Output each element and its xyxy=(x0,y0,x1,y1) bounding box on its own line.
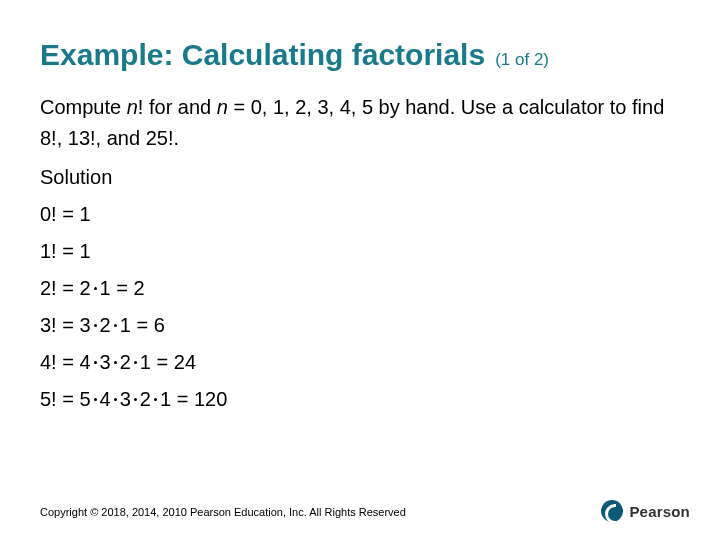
title-line: Example: Calculating factorials (1 of 2) xyxy=(40,38,680,72)
factorial-row-3: 3! = 321 = 6 xyxy=(40,310,680,341)
row-text: 1! = 1 xyxy=(40,240,91,262)
copyright-footer: Copyright © 2018, 2014, 2010 Pearson Edu… xyxy=(40,506,406,518)
prompt-var-2: n xyxy=(217,96,228,118)
row-text: 3 xyxy=(100,351,111,373)
row-text: 2 xyxy=(100,314,111,336)
dot-icon xyxy=(94,287,97,290)
prompt-mid1: ! for and xyxy=(138,96,217,118)
solution-label: Solution xyxy=(40,162,680,193)
row-text: 3! = 3 xyxy=(40,314,91,336)
prompt-var: n xyxy=(127,96,138,118)
dot-icon xyxy=(134,398,137,401)
row-text: 1 = 2 xyxy=(100,277,145,299)
factorial-row-4: 4! = 4321 = 24 xyxy=(40,347,680,378)
factorial-row-1: 1! = 1 xyxy=(40,236,680,267)
row-text: 0! = 1 xyxy=(40,203,91,225)
row-text: 2 xyxy=(120,351,131,373)
row-text: 3 xyxy=(120,388,131,410)
prompt-text: Compute n! for and n = 0, 1, 2, 3, 4, 5 … xyxy=(40,92,680,154)
slide: Example: Calculating factorials (1 of 2)… xyxy=(0,0,720,540)
dot-icon xyxy=(114,324,117,327)
prompt-prefix: Compute xyxy=(40,96,127,118)
pearson-logo-icon xyxy=(601,500,623,522)
row-text: 4 xyxy=(100,388,111,410)
dot-icon xyxy=(94,398,97,401)
row-text: 2 xyxy=(140,388,151,410)
dot-icon xyxy=(114,398,117,401)
pearson-logo: Pearson xyxy=(601,500,690,522)
pearson-logo-text: Pearson xyxy=(629,503,690,520)
slide-body: Compute n! for and n = 0, 1, 2, 3, 4, 5 … xyxy=(40,92,680,415)
row-text: 1 = 24 xyxy=(140,351,196,373)
slide-title: Example: Calculating factorials xyxy=(40,38,485,72)
factorial-row-5: 5! = 54321 = 120 xyxy=(40,384,680,415)
dot-icon xyxy=(114,361,117,364)
row-text: 1 = 6 xyxy=(120,314,165,336)
row-text: 4! = 4 xyxy=(40,351,91,373)
dot-icon xyxy=(134,361,137,364)
dot-icon xyxy=(94,324,97,327)
slide-subtitle: (1 of 2) xyxy=(495,50,549,70)
row-text: 5! = 5 xyxy=(40,388,91,410)
row-text: 2! = 2 xyxy=(40,277,91,299)
factorial-row-0: 0! = 1 xyxy=(40,199,680,230)
row-text: 1 = 120 xyxy=(160,388,227,410)
factorial-row-2: 2! = 21 = 2 xyxy=(40,273,680,304)
dot-icon xyxy=(154,398,157,401)
dot-icon xyxy=(94,361,97,364)
